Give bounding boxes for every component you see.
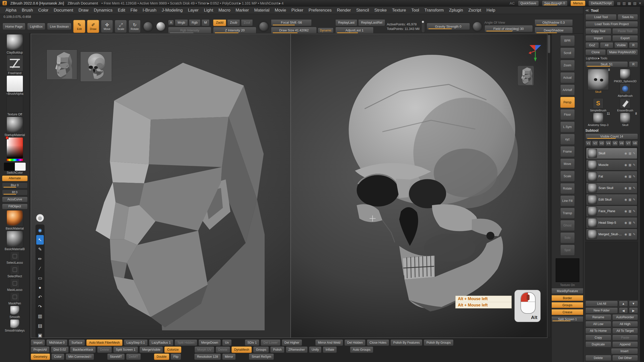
list-all-button[interactable]: List All	[585, 301, 618, 307]
menu-item[interactable]: Document	[51, 7, 76, 13]
tray-item[interactable]: BasicMaterial	[1, 210, 29, 231]
tray-item[interactable]: BasicMaterialB	[1, 231, 29, 251]
bottom-bar-button[interactable]: Split Hidden	[175, 339, 197, 346]
bottom-bar-button[interactable]: StoreMT	[107, 353, 125, 360]
subtool-version-tab[interactable]: V5	[612, 141, 618, 146]
copy-subtool-button[interactable]: Copy	[585, 335, 611, 341]
bottom-bar-button[interactable]: Polish	[270, 346, 284, 353]
clone-button[interactable]: Clone	[585, 49, 606, 55]
subtool-edit-icon[interactable]: ✎	[633, 221, 635, 224]
load-tool-button[interactable]: Load Tool	[585, 14, 617, 20]
import-button[interactable]: Import	[585, 35, 611, 41]
menu-item[interactable]: Alpha	[3, 7, 19, 13]
bottom-bar-button[interactable]: LazyRadius 1	[149, 339, 174, 346]
subtool-row[interactable]: Face_Plane ◉ ▦ ✎	[586, 206, 637, 217]
bottom-bar-button[interactable]: ProjectAll	[31, 346, 50, 353]
paste-tool-button[interactable]: Paste Tool	[612, 28, 638, 34]
menu-item[interactable]: Macro	[216, 7, 233, 13]
tray-item[interactable]: SelectLasso	[1, 251, 29, 265]
subtool-polypaint-icon[interactable]: ▦	[629, 163, 631, 167]
tray-item[interactable]: MaskPen	[1, 292, 29, 305]
zadd-button[interactable]: Zadd	[213, 20, 226, 26]
reference-thumbnail-skull[interactable]	[80, 52, 112, 82]
subtool-version-tab[interactable]: V8	[632, 141, 638, 146]
subtool-edit-icon[interactable]: ✎	[633, 209, 635, 213]
collapse-panel-icon[interactable]: ≪	[585, 8, 589, 12]
append-button[interactable]: Append	[612, 341, 638, 347]
tray-item[interactable]: MaskLasso	[1, 279, 29, 292]
draw-size-slider[interactable]: Draw Size 41.42062	[271, 27, 317, 33]
menu-item[interactable]: Help	[484, 7, 498, 13]
menu-item[interactable]: Material	[252, 7, 272, 13]
subtool-eye-icon[interactable]: ◉	[624, 152, 627, 155]
tool-thumbnail-item[interactable]: 8 Skull	[613, 113, 638, 126]
focal-shift-knob[interactable]	[258, 21, 269, 32]
mrgb-button[interactable]: Mrgb	[175, 20, 188, 26]
menu-item[interactable]: Texture	[389, 7, 409, 13]
all-low-button[interactable]: All Low	[585, 321, 611, 327]
bottom-bar-button[interactable]: Auto Groups	[350, 346, 373, 353]
subtool-version-tab[interactable]: V4	[605, 141, 611, 146]
goz-r-button[interactable]: R	[629, 42, 638, 48]
menu-item[interactable]: Zscript	[466, 7, 484, 13]
menu-item[interactable]: Dynamics	[91, 7, 115, 13]
goz-all-button[interactable]: All	[600, 42, 614, 48]
window-control-icon[interactable]: ▤	[617, 1, 620, 5]
menu-item[interactable]: Edit	[115, 7, 128, 13]
right-shelf-button[interactable]: BPR	[560, 35, 575, 46]
subtool-row[interactable]: Scan Skull ◉ ▦ ✎	[586, 183, 637, 194]
subtool-edit-icon[interactable]: ✎	[633, 186, 635, 190]
subtool-polypaint-icon[interactable]: ▦	[629, 209, 631, 213]
tool-thumbnail-item[interactable]: 11 Anatomy Step-3	[585, 113, 611, 126]
subtool-version-tab[interactable]: V3	[599, 141, 605, 146]
bottom-bar-button[interactable]: Geometry	[31, 353, 50, 360]
subtool-edit-icon[interactable]: ✎	[633, 175, 635, 178]
subtool-edit-icon[interactable]: ✎	[633, 198, 635, 201]
bottom-bar-button[interactable]: Color	[51, 353, 64, 360]
texture-on-label[interactable]: Texture On	[560, 283, 575, 287]
tray-item[interactable]: Rf 0	[1, 189, 29, 196]
subtool-edit-icon[interactable]: ✎	[633, 163, 635, 167]
pen-icon[interactable]: ✎	[36, 245, 44, 254]
reference-thumbnail-head[interactable]	[47, 50, 77, 80]
right-shelf-button[interactable]: Solo	[560, 232, 575, 243]
dynamic-toggle[interactable]: Dynamic	[318, 28, 334, 33]
trash-icon[interactable]: ▥	[36, 311, 44, 321]
all-to-target-button[interactable]: All To Target	[612, 328, 638, 334]
move-down-button[interactable]: ▼	[629, 301, 638, 307]
bottom-bar-button[interactable]: DelMT	[126, 353, 141, 360]
menus-button[interactable]: Menus	[571, 1, 585, 6]
subtool-eye-icon[interactable]: ◉	[624, 198, 627, 201]
folder-left-button[interactable]: ◀	[619, 307, 628, 313]
z-intensity-slider[interactable]: Z Intensity 20	[213, 27, 256, 33]
bottom-bar-button[interactable]: Delete	[216, 346, 230, 353]
window-control-icon[interactable]: ✕	[638, 1, 641, 5]
subtool-edit-icon[interactable]: ✎	[633, 233, 635, 236]
bottom-bar-button[interactable]: Uv	[222, 339, 231, 346]
bottom-bar-button[interactable]: BackfaceMask	[70, 346, 96, 353]
home-page-button[interactable]: Home Page	[3, 23, 25, 30]
bottom-bar-button[interactable]: Surface	[69, 339, 85, 346]
bottom-bar-button[interactable]: Morph UV	[194, 346, 214, 353]
subtool-eye-icon[interactable]: ◉	[624, 209, 627, 213]
subtool-row[interactable]: Edit Skull ◉ ▦ ✎	[586, 194, 637, 205]
subtool-header[interactable]: Subtool	[585, 128, 638, 132]
annotation-launcher-icon[interactable]: ◎	[36, 214, 44, 222]
menu-item[interactable]: Transform	[422, 7, 446, 13]
bottom-bar-button[interactable]: Colorize	[164, 346, 181, 353]
right-shelf-button[interactable]: Scale	[560, 171, 575, 182]
goz-button[interactable]: GoZ	[585, 42, 599, 48]
subtool-version-tab[interactable]: V2	[592, 141, 598, 146]
screen-icon[interactable]: ▤	[36, 321, 44, 331]
move-up-button[interactable]: ▲	[619, 301, 628, 307]
material-preview-knob[interactable]	[155, 21, 166, 32]
tray-item[interactable]: SmoothValleys	[1, 319, 29, 333]
right-shelf-button[interactable]: Line Fill	[560, 195, 575, 206]
right-shelf-button[interactable]: Frame	[560, 146, 575, 157]
bottom-bar-button[interactable]: Delete	[97, 346, 112, 353]
zsub-button[interactable]: Zsub	[227, 20, 240, 26]
tray-item[interactable]: ClayBuildup	[1, 34, 29, 55]
angle-of-view-knob[interactable]	[472, 21, 483, 32]
right-shelf-button[interactable]: AAHalf	[560, 84, 575, 96]
subtool-eye-icon[interactable]: ◉	[624, 221, 627, 224]
